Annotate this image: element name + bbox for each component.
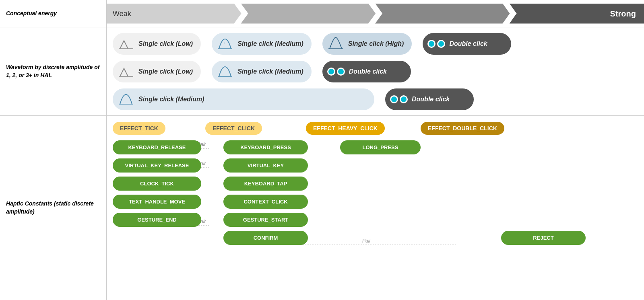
double-click-dot-1b <box>437 40 445 48</box>
waveform-medium-icon-3 <box>118 91 134 108</box>
energy-row: Weak Strong <box>107 0 644 27</box>
double-click-icon-1 <box>427 40 445 48</box>
text-handle-move-btn[interactable]: TEXT_HANDLE_MOVE <box>113 195 201 209</box>
virtual-key-release-btn[interactable]: VIRTUAL_KEY_RELEASE <box>113 158 201 173</box>
energy-segment-3 <box>375 4 510 24</box>
haptic-col-4: REJECT <box>501 231 586 245</box>
effect-tick-badge[interactable]: EFFECT_TICK <box>113 122 191 135</box>
haptic-section: EFFECT_TICK EFFECT_CLICK EFFECT_HEAVY_CL… <box>107 116 644 300</box>
main-container: Conceptual energy Waveform by discrete a… <box>0 0 644 300</box>
waveform-pill-double-1[interactable]: Double click <box>423 33 511 55</box>
waveform-low-icon <box>118 35 134 52</box>
energy-arrow-bar: Weak Strong <box>107 4 644 24</box>
keyboard-release-btn[interactable]: KEYBOARD_RELEASE <box>113 140 201 154</box>
waveform-label-medium-1: Single click (Medium) <box>237 40 303 47</box>
waveform-row-2: Single click (Low) Single click (Medium) <box>113 60 638 84</box>
waveform-pill-low-1[interactable]: Single click (Low) <box>113 33 201 55</box>
energy-weak-label: Weak <box>113 9 131 18</box>
waveform-pill-double-3[interactable]: Double click <box>385 88 474 110</box>
waveform-low-icon-2 <box>118 63 134 80</box>
double-click-icon-3 <box>390 95 408 103</box>
confirm-btn[interactable]: CONFIRM <box>223 231 308 245</box>
waveform-pill-medium-1[interactable]: ⟋ Single click (Medium) <box>212 33 312 55</box>
effect-heavy-click-badge[interactable]: EFFECT_HEAVY_CLICK <box>306 122 380 135</box>
haptic-col-2: KEYBOARD_PRESS VIRTUAL_KEY KEYBOARD_TAP … <box>223 140 308 245</box>
waveform-label-low-2: Single click (Low) <box>138 68 193 75</box>
keyboard-tap-btn[interactable]: KEYBOARD_TAP <box>223 177 308 191</box>
gesture-start-btn[interactable]: GESTURE_START <box>223 213 308 227</box>
gesture-end-btn[interactable]: GESTURE_END <box>113 213 201 227</box>
conceptual-energy-label: Conceptual energy <box>0 0 106 27</box>
waveform-pill-low-2[interactable]: Single click (Low) <box>113 61 201 82</box>
waveform-label-double-3: Double click <box>412 96 450 103</box>
waveform-label: Waveform by discrete amplitude of 1, 2, … <box>0 27 106 116</box>
waveform-label-double-1: Double click <box>449 40 487 47</box>
energy-strong-label: Strong <box>610 9 636 18</box>
effect-click-badge[interactable]: EFFECT_CLICK <box>205 122 276 135</box>
waveform-row-3: Single click (Medium) Double click <box>113 87 638 111</box>
waveform-label-double-2: Double click <box>349 68 387 75</box>
double-click-dot-3b <box>400 95 408 103</box>
waveform-medium-icon-2 <box>217 63 233 80</box>
double-click-dot-2a <box>327 68 335 76</box>
double-click-dot-2b <box>337 68 345 76</box>
double-click-icon-2 <box>327 68 345 76</box>
double-click-dot-1a <box>427 40 436 48</box>
energy-segment-2 <box>241 4 376 24</box>
virtual-key-btn[interactable]: VIRTUAL_KEY <box>223 158 308 173</box>
waveform-label-medium-3: Single click (Medium) <box>138 96 204 103</box>
keyboard-press-btn[interactable]: KEYBOARD_PRESS <box>223 140 308 154</box>
haptic-columns: KEYBOARD_RELEASE VIRTUAL_KEY_RELEASE CLO… <box>113 140 638 245</box>
waveform-pill-medium-2[interactable]: Single click (Medium) <box>212 61 312 82</box>
waveform-label-high-1: Single click (High) <box>348 40 404 47</box>
clock-tick-btn[interactable]: CLOCK_TICK <box>113 177 201 191</box>
waveform-medium-icon-1: ⟋ <box>217 35 233 52</box>
waveform-section: Single click (Low) ⟋ Single click (Mediu… <box>107 27 644 116</box>
waveform-pill-high-1[interactable]: Single click (High) <box>322 33 412 55</box>
haptic-constants-grid: Pair Pair Pair Pair KEYBOARD_RELEASE V <box>113 140 638 245</box>
haptic-col-1: KEYBOARD_RELEASE VIRTUAL_KEY_RELEASE CLO… <box>113 140 201 245</box>
waveform-label-medium-2: Single click (Medium) <box>237 68 303 75</box>
reject-btn[interactable]: REJECT <box>501 231 586 245</box>
left-labels: Conceptual energy Waveform by discrete a… <box>0 0 107 300</box>
long-press-btn[interactable]: LONG_PRESS <box>340 140 421 154</box>
double-click-dot-3a <box>390 95 398 103</box>
context-click-btn[interactable]: CONTEXT_CLICK <box>223 195 308 209</box>
waveform-label-low-1: Single click (Low) <box>138 40 193 47</box>
haptic-label: Haptic Constants (static discrete amplit… <box>0 116 106 300</box>
waveform-pill-medium-3[interactable]: Single click (Medium) <box>113 88 374 110</box>
waveform-row-1: Single click (Low) ⟋ Single click (Mediu… <box>113 32 638 56</box>
haptic-col-3: LONG_PRESS <box>340 140 421 245</box>
svg-text:⟋: ⟋ <box>223 41 227 45</box>
waveform-pill-double-2[interactable]: Double click <box>322 61 411 82</box>
effect-row: EFFECT_TICK EFFECT_CLICK EFFECT_HEAVY_CL… <box>113 122 638 135</box>
right-content: Weak Strong Single click (Low) <box>107 0 644 300</box>
waveform-high-icon <box>327 35 344 52</box>
effect-double-click-badge[interactable]: EFFECT_DOUBLE_CLICK <box>421 122 504 135</box>
